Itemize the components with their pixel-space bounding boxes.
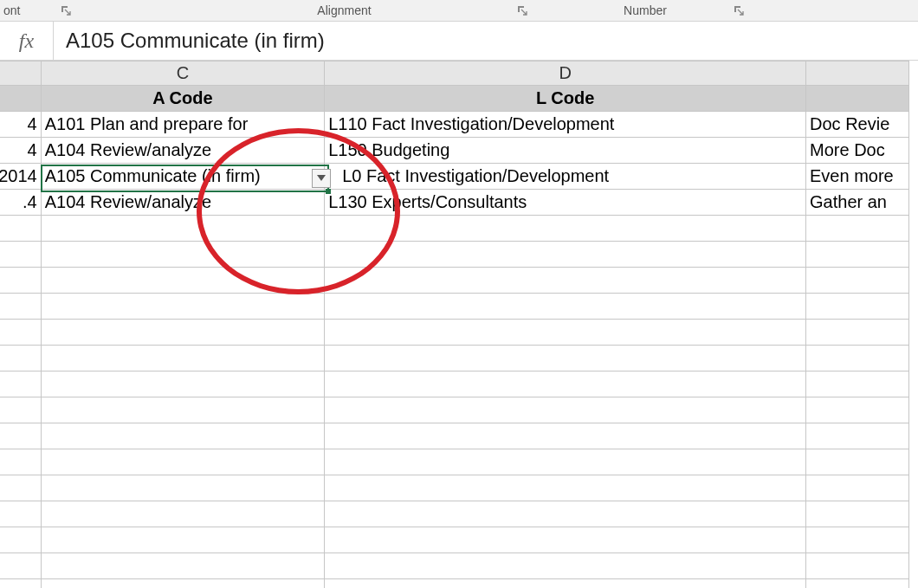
cell[interactable] <box>806 346 909 372</box>
cell[interactable] <box>806 268 909 294</box>
table-header-l-code[interactable]: L Code <box>325 86 806 112</box>
cell[interactable] <box>0 397 41 423</box>
cell[interactable] <box>41 242 324 268</box>
cell[interactable]: 4 <box>0 112 41 138</box>
formula-input[interactable] <box>54 22 918 60</box>
cell[interactable] <box>0 216 41 242</box>
cell[interactable] <box>41 501 324 527</box>
cell[interactable] <box>806 475 909 501</box>
cell[interactable] <box>0 475 41 501</box>
cell[interactable] <box>0 449 41 475</box>
cell[interactable] <box>0 320 41 346</box>
cell[interactable] <box>806 553 909 579</box>
cell[interactable] <box>325 216 806 242</box>
cell[interactable] <box>41 372 324 397</box>
cell[interactable] <box>0 423 41 449</box>
cell[interactable] <box>325 242 806 268</box>
cell[interactable] <box>325 553 806 579</box>
cell[interactable]: Even more <box>806 164 909 190</box>
cell[interactable] <box>0 501 41 527</box>
dialog-launcher-icon[interactable] <box>58 3 74 18</box>
cell[interactable] <box>806 527 909 553</box>
cell[interactable]: .4 <box>0 190 41 216</box>
cell[interactable] <box>41 423 324 449</box>
cell[interactable] <box>325 294 806 320</box>
cell[interactable] <box>806 294 909 320</box>
column-header[interactable] <box>806 61 909 86</box>
cell[interactable] <box>41 397 324 423</box>
cell[interactable] <box>325 579 806 589</box>
cell[interactable]: Gather an <box>806 190 909 216</box>
cell[interactable]: 2014 <box>0 164 41 190</box>
column-header[interactable] <box>0 61 41 86</box>
cell[interactable] <box>41 527 324 553</box>
cell[interactable]: L150 Budgeting <box>325 138 806 164</box>
cell[interactable] <box>41 268 324 294</box>
table-header-cell[interactable] <box>806 86 909 112</box>
cell[interactable]: L130 Experts/Consultants <box>325 190 806 216</box>
cell[interactable] <box>325 527 806 553</box>
cell[interactable] <box>325 268 806 294</box>
cell[interactable] <box>0 372 41 397</box>
cell[interactable] <box>806 242 909 268</box>
cell[interactable]: Doc Revie <box>806 112 909 138</box>
ribbon-group-label-number: Number <box>620 3 670 17</box>
cell[interactable]: L0 Fact Investigation/Development <box>325 164 806 190</box>
formula-bar: fx <box>0 22 918 61</box>
active-cell[interactable]: A105 Communicate (in firm) <box>41 164 324 190</box>
cell[interactable] <box>325 320 806 346</box>
cell[interactable]: 4 <box>0 138 41 164</box>
cell[interactable] <box>41 475 324 501</box>
cell[interactable] <box>41 294 324 320</box>
cell[interactable] <box>0 294 41 320</box>
cell[interactable] <box>0 527 41 553</box>
cell[interactable] <box>806 397 909 423</box>
cell[interactable] <box>806 372 909 397</box>
cell[interactable] <box>0 346 41 372</box>
cell[interactable] <box>325 423 806 449</box>
fx-label[interactable]: fx <box>0 22 54 60</box>
cell[interactable]: More Doc <box>806 138 909 164</box>
cell[interactable] <box>41 346 324 372</box>
cell[interactable] <box>325 501 806 527</box>
cell[interactable] <box>325 449 806 475</box>
cell[interactable]: A104 Review/analyze <box>41 138 324 164</box>
dialog-launcher-icon[interactable] <box>731 3 747 18</box>
ribbon-group-label-alignment: Alignment <box>314 3 374 17</box>
cell[interactable] <box>325 475 806 501</box>
cell[interactable] <box>806 579 909 589</box>
cell[interactable] <box>41 449 324 475</box>
cell[interactable] <box>41 320 324 346</box>
column-header-c[interactable]: C <box>41 61 324 86</box>
cell[interactable] <box>806 320 909 346</box>
table-header-a-code[interactable]: A Code <box>41 86 324 112</box>
cell[interactable] <box>325 397 806 423</box>
cell[interactable] <box>41 579 324 589</box>
column-header-d[interactable]: D <box>325 61 806 86</box>
cell[interactable] <box>325 346 806 372</box>
cell[interactable]: A104 Review/analyze <box>41 190 324 216</box>
cell[interactable] <box>806 216 909 242</box>
spreadsheet-grid[interactable]: C D A Code L Code 4 A101 Plan and prepar… <box>0 61 918 588</box>
ribbon-group-label-font: ont <box>0 3 23 17</box>
cell[interactable] <box>325 372 806 397</box>
cell[interactable] <box>806 423 909 449</box>
table-header-cell[interactable] <box>0 86 41 112</box>
cell[interactable]: A101 Plan and prepare for <box>41 112 324 138</box>
chevron-down-icon <box>317 175 326 182</box>
cell[interactable] <box>41 553 324 579</box>
cell[interactable] <box>41 216 324 242</box>
cell[interactable] <box>0 553 41 579</box>
cell[interactable] <box>806 501 909 527</box>
dropdown-button[interactable] <box>312 169 331 188</box>
cell[interactable] <box>806 449 909 475</box>
cell[interactable] <box>0 268 41 294</box>
dialog-launcher-icon[interactable] <box>514 3 530 18</box>
cell[interactable] <box>0 579 41 589</box>
cell[interactable]: L110 Fact Investigation/Development <box>325 112 806 138</box>
cell[interactable] <box>0 242 41 268</box>
ribbon-group-strip: ont Alignment Number <box>0 0 918 22</box>
